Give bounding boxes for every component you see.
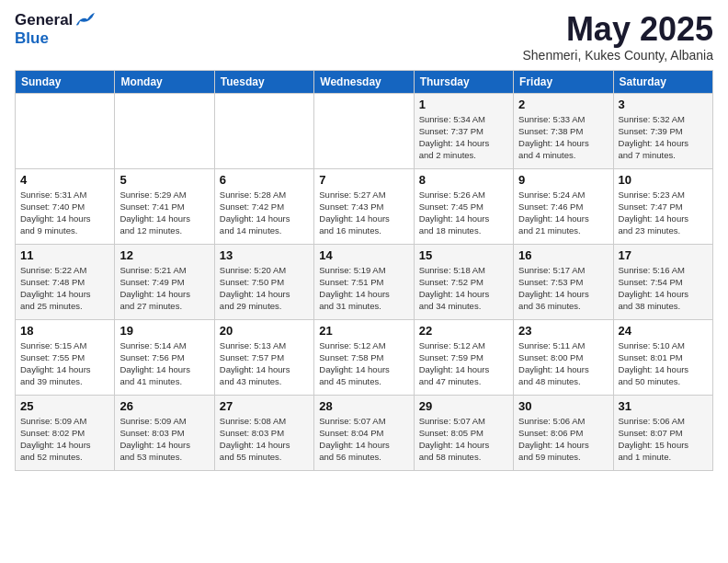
day-info: Sunrise: 5:07 AMSunset: 8:04 PMDaylight:… — [319, 415, 408, 464]
table-row: 29Sunrise: 5:07 AMSunset: 8:05 PMDayligh… — [414, 395, 513, 470]
day-info: Sunrise: 5:20 AMSunset: 7:50 PMDaylight:… — [220, 264, 309, 313]
day-number: 20 — [220, 324, 309, 338]
table-row: 14Sunrise: 5:19 AMSunset: 7:51 PMDayligh… — [314, 244, 414, 319]
col-saturday: Saturday — [613, 70, 712, 93]
day-number: 26 — [119, 399, 209, 413]
day-info: Sunrise: 5:09 AMSunset: 8:02 PMDaylight:… — [20, 415, 109, 464]
day-number: 13 — [220, 248, 309, 262]
calendar-week-row: 11Sunrise: 5:22 AMSunset: 7:48 PMDayligh… — [16, 244, 713, 319]
day-info: Sunrise: 5:21 AMSunset: 7:49 PMDaylight:… — [119, 264, 209, 313]
table-row: 15Sunrise: 5:18 AMSunset: 7:52 PMDayligh… — [414, 244, 513, 319]
day-info: Sunrise: 5:16 AMSunset: 7:54 PMDaylight:… — [619, 264, 708, 313]
day-info: Sunrise: 5:23 AMSunset: 7:47 PMDaylight:… — [619, 189, 708, 237]
day-info: Sunrise: 5:31 AMSunset: 7:40 PMDaylight:… — [20, 189, 109, 237]
col-friday: Friday — [514, 70, 613, 93]
day-number: 15 — [419, 248, 508, 262]
table-row: 21Sunrise: 5:12 AMSunset: 7:58 PMDayligh… — [314, 319, 414, 395]
col-wednesday: Wednesday — [314, 70, 414, 93]
day-info: Sunrise: 5:26 AMSunset: 7:45 PMDaylight:… — [419, 189, 508, 237]
table-row: 7Sunrise: 5:27 AMSunset: 7:43 PMDaylight… — [314, 168, 414, 244]
logo-general-text: General — [15, 11, 73, 29]
day-number: 8 — [419, 173, 508, 187]
logo-bird-icon — [74, 12, 95, 29]
col-sunday: Sunday — [16, 70, 115, 93]
calendar: Sunday Monday Tuesday Wednesday Thursday… — [15, 70, 713, 471]
location: Shenmeri, Kukes County, Albania — [522, 48, 713, 63]
day-number: 22 — [419, 324, 508, 338]
table-row: 10Sunrise: 5:23 AMSunset: 7:47 PMDayligh… — [613, 168, 712, 244]
day-info: Sunrise: 5:22 AMSunset: 7:48 PMDaylight:… — [20, 264, 109, 313]
table-row: 1Sunrise: 5:34 AMSunset: 7:37 PMDaylight… — [414, 93, 513, 168]
table-row: 19Sunrise: 5:14 AMSunset: 7:56 PMDayligh… — [115, 319, 214, 395]
day-number: 12 — [119, 248, 209, 262]
table-row: 27Sunrise: 5:08 AMSunset: 8:03 PMDayligh… — [214, 395, 313, 470]
day-number: 14 — [319, 248, 408, 262]
day-info: Sunrise: 5:28 AMSunset: 7:42 PMDaylight:… — [220, 189, 309, 237]
day-info: Sunrise: 5:11 AMSunset: 8:00 PMDaylight:… — [518, 339, 608, 388]
table-row: 5Sunrise: 5:29 AMSunset: 7:41 PMDaylight… — [115, 168, 214, 244]
day-number: 19 — [119, 324, 209, 338]
day-number: 27 — [220, 399, 309, 413]
day-number: 28 — [319, 399, 408, 413]
table-row: 31Sunrise: 5:06 AMSunset: 8:07 PMDayligh… — [613, 395, 712, 470]
calendar-week-row: 25Sunrise: 5:09 AMSunset: 8:02 PMDayligh… — [16, 395, 713, 470]
day-info: Sunrise: 5:18 AMSunset: 7:52 PMDaylight:… — [419, 264, 508, 313]
calendar-header-row: Sunday Monday Tuesday Wednesday Thursday… — [16, 70, 713, 93]
day-number: 10 — [619, 173, 708, 187]
calendar-week-row: 4Sunrise: 5:31 AMSunset: 7:40 PMDaylight… — [16, 168, 713, 244]
table-row: 26Sunrise: 5:09 AMSunset: 8:03 PMDayligh… — [115, 395, 214, 470]
day-number: 6 — [220, 173, 309, 187]
table-row: 24Sunrise: 5:10 AMSunset: 8:01 PMDayligh… — [613, 319, 712, 395]
day-info: Sunrise: 5:09 AMSunset: 8:03 PMDaylight:… — [119, 415, 209, 464]
table-row: 13Sunrise: 5:20 AMSunset: 7:50 PMDayligh… — [214, 244, 313, 319]
table-row: 3Sunrise: 5:32 AMSunset: 7:39 PMDaylight… — [613, 93, 712, 168]
page: General Blue May 2025 Shenmeri, Kukes Co… — [0, 0, 728, 563]
day-number: 16 — [518, 248, 608, 262]
table-row — [115, 93, 214, 168]
table-row: 9Sunrise: 5:24 AMSunset: 7:46 PMDaylight… — [514, 168, 613, 244]
table-row: 12Sunrise: 5:21 AMSunset: 7:49 PMDayligh… — [115, 244, 214, 319]
day-info: Sunrise: 5:12 AMSunset: 7:58 PMDaylight:… — [319, 339, 408, 388]
table-row: 22Sunrise: 5:12 AMSunset: 7:59 PMDayligh… — [414, 319, 513, 395]
day-number: 4 — [20, 173, 109, 187]
day-info: Sunrise: 5:12 AMSunset: 7:59 PMDaylight:… — [419, 339, 508, 388]
day-number: 25 — [20, 399, 109, 413]
table-row: 4Sunrise: 5:31 AMSunset: 7:40 PMDaylight… — [16, 168, 115, 244]
table-row: 2Sunrise: 5:33 AMSunset: 7:38 PMDaylight… — [514, 93, 613, 168]
day-number: 9 — [518, 173, 608, 187]
day-info: Sunrise: 5:17 AMSunset: 7:53 PMDaylight:… — [518, 264, 608, 313]
day-number: 30 — [518, 399, 608, 413]
table-row — [314, 93, 414, 168]
day-number: 5 — [119, 173, 209, 187]
table-row: 6Sunrise: 5:28 AMSunset: 7:42 PMDaylight… — [214, 168, 313, 244]
table-row: 8Sunrise: 5:26 AMSunset: 7:45 PMDaylight… — [414, 168, 513, 244]
table-row: 25Sunrise: 5:09 AMSunset: 8:02 PMDayligh… — [16, 395, 115, 470]
table-row: 20Sunrise: 5:13 AMSunset: 7:57 PMDayligh… — [214, 319, 313, 395]
day-info: Sunrise: 5:13 AMSunset: 7:57 PMDaylight:… — [220, 339, 309, 388]
day-info: Sunrise: 5:27 AMSunset: 7:43 PMDaylight:… — [319, 189, 408, 237]
day-info: Sunrise: 5:15 AMSunset: 7:55 PMDaylight:… — [20, 339, 109, 388]
day-info: Sunrise: 5:32 AMSunset: 7:39 PMDaylight:… — [619, 113, 708, 162]
day-number: 11 — [20, 248, 109, 262]
col-monday: Monday — [115, 70, 214, 93]
month-title: May 2025 — [522, 11, 713, 48]
day-info: Sunrise: 5:06 AMSunset: 8:07 PMDaylight:… — [619, 415, 708, 464]
logo-blue-text: Blue — [15, 29, 49, 47]
day-number: 18 — [20, 324, 109, 338]
day-number: 31 — [619, 399, 708, 413]
header: General Blue May 2025 Shenmeri, Kukes Co… — [15, 11, 713, 63]
day-number: 7 — [319, 173, 408, 187]
day-number: 23 — [518, 324, 608, 338]
day-info: Sunrise: 5:14 AMSunset: 7:56 PMDaylight:… — [119, 339, 209, 388]
table-row: 17Sunrise: 5:16 AMSunset: 7:54 PMDayligh… — [613, 244, 712, 319]
day-number: 24 — [619, 324, 708, 338]
logo: General Blue — [15, 11, 95, 48]
table-row: 23Sunrise: 5:11 AMSunset: 8:00 PMDayligh… — [514, 319, 613, 395]
day-info: Sunrise: 5:07 AMSunset: 8:05 PMDaylight:… — [419, 415, 508, 464]
table-row: 30Sunrise: 5:06 AMSunset: 8:06 PMDayligh… — [514, 395, 613, 470]
calendar-week-row: 1Sunrise: 5:34 AMSunset: 7:37 PMDaylight… — [16, 93, 713, 168]
day-info: Sunrise: 5:06 AMSunset: 8:06 PMDaylight:… — [518, 415, 608, 464]
table-row: 11Sunrise: 5:22 AMSunset: 7:48 PMDayligh… — [16, 244, 115, 319]
title-section: May 2025 Shenmeri, Kukes County, Albania — [522, 11, 713, 63]
calendar-week-row: 18Sunrise: 5:15 AMSunset: 7:55 PMDayligh… — [16, 319, 713, 395]
